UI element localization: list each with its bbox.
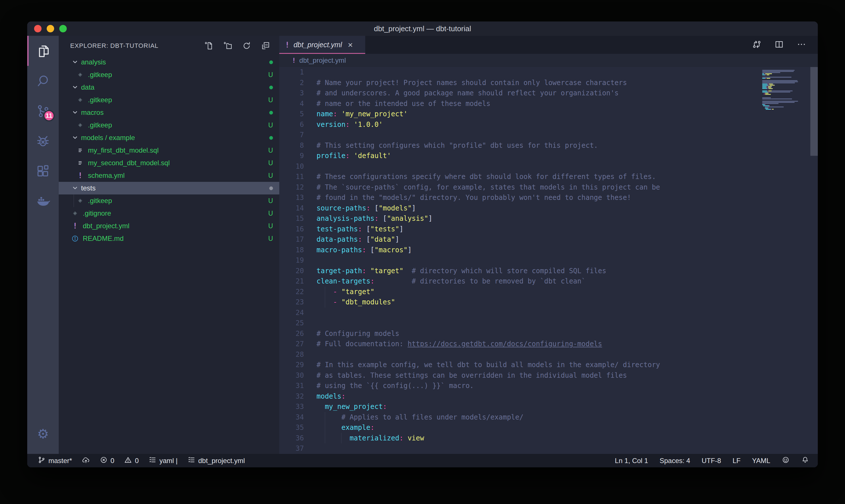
status-bar: master*00yaml |dbt_project.yml Ln 1, Col… — [27, 454, 818, 467]
code-line-29[interactable]: 29# In this example config, we tell dbt … — [279, 360, 818, 370]
vertical-scrollbar[interactable] — [810, 67, 818, 156]
tree-item-analysis[interactable]: analysis — [59, 56, 279, 69]
code-line-34[interactable]: 34 # Applies to all files under models/e… — [279, 412, 818, 423]
code-line-35[interactable]: 35 example: — [279, 422, 818, 433]
code-line-3[interactable]: 3# and underscores. A good package name … — [279, 88, 818, 98]
code-text: example: — [317, 422, 374, 433]
code-line-10[interactable]: 10 — [279, 161, 818, 172]
yaml-warning-icon: ! — [285, 41, 290, 49]
status-0[interactable]: 0 — [100, 456, 114, 466]
split-editor-icon[interactable] — [774, 39, 784, 50]
code-line-37[interactable]: 37 — [279, 443, 818, 454]
line-number: 13 — [279, 193, 304, 203]
maximize-window-button[interactable] — [59, 25, 67, 32]
refresh-icon[interactable] — [241, 40, 252, 52]
code-line-23[interactable]: 23 - "dbt_modules" — [279, 297, 818, 308]
code-line-14[interactable]: 14source-paths: ["models"] — [279, 203, 818, 214]
code-line-8[interactable]: 8# This setting configures which "profil… — [279, 140, 818, 151]
code-line-28[interactable]: 28 — [279, 349, 818, 360]
close-tab-icon[interactable]: × — [348, 40, 353, 50]
code-line-4[interactable]: 4# name or the intended use of these mod… — [279, 98, 818, 109]
activity-debug-button[interactable] — [27, 126, 59, 156]
tab-dbt-project-yml[interactable]: ! dbt_project.yml × — [279, 36, 365, 54]
tree-item-tests[interactable]: tests — [59, 182, 279, 195]
activity-docker-button[interactable] — [27, 186, 59, 216]
tree-item--gitignore[interactable]: .gitignoreU — [59, 207, 279, 220]
status-yaml[interactable]: YAML — [752, 457, 770, 465]
status-cloud-upload[interactable] — [82, 456, 90, 466]
status-yaml-[interactable]: yaml | — [148, 456, 178, 466]
activity-files-button[interactable] — [27, 36, 59, 66]
code-editor[interactable]: 12# Name your project! Project names sho… — [279, 67, 818, 454]
close-window-button[interactable] — [34, 25, 41, 32]
activity-gear-button[interactable]: ⚙ — [27, 419, 59, 449]
activity-search-button[interactable] — [27, 66, 59, 96]
breadcrumb[interactable]: ! dbt_project.yml — [279, 54, 818, 67]
breadcrumb-file-label[interactable]: dbt_project.yml — [299, 56, 346, 65]
tree-item-label: my_second_dbt_model.sql — [88, 159, 265, 167]
code-line-27[interactable]: 27# Full documentation: https://docs.get… — [279, 339, 818, 349]
tree-item-schema-yml[interactable]: !schema.ymlU — [59, 169, 279, 182]
code-line-22[interactable]: 22 - "target" — [279, 287, 818, 297]
code-line-33[interactable]: 33 my_new_project: — [279, 401, 818, 412]
code-line-32[interactable]: 32models: — [279, 391, 818, 402]
tree-item-dbt-project-yml[interactable]: !dbt_project.ymlU — [59, 220, 279, 232]
activity-extensions-button[interactable] — [27, 156, 59, 186]
code-line-25[interactable]: 25 — [279, 318, 818, 328]
code-line-31[interactable]: 31# using the `{{ config(...) }}` macro. — [279, 381, 818, 391]
code-line-20[interactable]: 20target-path: "target" # directory whic… — [279, 266, 818, 276]
code-line-26[interactable]: 26# Configuring models — [279, 328, 818, 339]
code-line-7[interactable]: 7 — [279, 130, 818, 140]
activity-source-control-button[interactable]: 11 — [27, 96, 59, 126]
status-0[interactable]: 0 — [124, 456, 139, 466]
more-icon[interactable] — [796, 39, 806, 50]
tree-item-macros[interactable]: macros — [59, 106, 279, 119]
code-line-5[interactable]: 5name: 'my_new_project' — [279, 109, 818, 120]
minimap[interactable] — [762, 69, 809, 111]
status-master-[interactable]: master* — [37, 456, 72, 466]
status-spaces-4[interactable]: Spaces: 4 — [660, 457, 690, 465]
code-line-15[interactable]: 15analysis-paths: ["analysis"] — [279, 213, 818, 224]
code-line-18[interactable]: 18macro-paths: ["macros"] — [279, 245, 818, 255]
code-line-16[interactable]: 16test-paths: ["tests"] — [279, 224, 818, 235]
open-changes-icon[interactable] — [752, 39, 762, 50]
code-line-36[interactable]: 36 materialized: view — [279, 433, 818, 444]
git-untracked-badge: U — [268, 197, 273, 205]
new-folder-icon[interactable] — [222, 40, 233, 52]
code-line-9[interactable]: 9profile: 'default' — [279, 151, 818, 161]
new-file-icon[interactable] — [203, 40, 215, 52]
code-lines[interactable]: 12# Name your project! Project names sho… — [279, 67, 818, 454]
tree-item-my-first-dbt-model-sql[interactable]: my_first_dbt_model.sqlU — [59, 144, 279, 157]
tree-item--gitkeep[interactable]: .gitkeepU — [59, 119, 279, 131]
code-line-6[interactable]: 6version: '1.0.0' — [279, 120, 818, 130]
status-ln-1-col-1[interactable]: Ln 1, Col 1 — [615, 457, 648, 465]
tree-item-my-second-dbt-model-sql[interactable]: my_second_dbt_model.sqlU — [59, 157, 279, 169]
tree-item--gitkeep[interactable]: .gitkeepU — [59, 94, 279, 106]
tree-item--gitkeep[interactable]: .gitkeepU — [59, 195, 279, 207]
code-line-24[interactable]: 24 — [279, 308, 818, 318]
tree-item-data[interactable]: data — [59, 81, 279, 94]
code-line-30[interactable]: 30# as tables. These settings can be ove… — [279, 370, 818, 381]
code-line-12[interactable]: 12# The `source-paths` config, for examp… — [279, 182, 818, 193]
code-line-1[interactable]: 1 — [279, 67, 818, 78]
status-smiley[interactable] — [782, 456, 790, 466]
collapse-all-icon[interactable] — [260, 40, 271, 52]
status-bell[interactable] — [801, 456, 809, 466]
tree-item-label: data — [81, 83, 266, 91]
tree-item-models-example[interactable]: models / example — [59, 131, 279, 144]
code-line-17[interactable]: 17data-paths: ["data"] — [279, 234, 818, 245]
code-line-11[interactable]: 11# These configurations specify where d… — [279, 172, 818, 182]
tree-item-label: models / example — [81, 134, 266, 142]
status-label: Ln 1, Col 1 — [615, 457, 648, 465]
code-line-13[interactable]: 13# found in the "models/" directory. Yo… — [279, 193, 818, 203]
code-line-2[interactable]: 2# Name your project! Project names shou… — [279, 78, 818, 88]
status-dbt-project-yml[interactable]: dbt_project.yml — [187, 456, 245, 466]
status-utf-8[interactable]: UTF-8 — [701, 457, 721, 465]
tree-item--gitkeep[interactable]: .gitkeepU — [59, 69, 279, 81]
code-line-21[interactable]: 21clean-targets: # directories to be rem… — [279, 276, 818, 287]
status-lf[interactable]: LF — [733, 457, 740, 465]
tree-item-readme-md[interactable]: README.mdU — [59, 232, 279, 245]
code-line-19[interactable]: 19 — [279, 255, 818, 266]
minimize-window-button[interactable] — [47, 25, 54, 32]
code-text: # In this example config, we tell dbt to… — [317, 360, 660, 370]
